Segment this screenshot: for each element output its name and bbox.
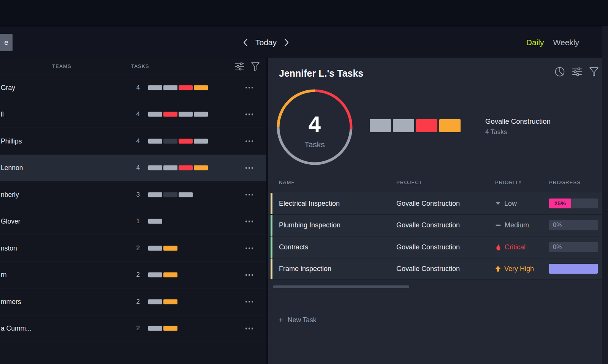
new-task-button[interactable]: + New Task: [278, 315, 317, 325]
priority-dash-icon: [495, 222, 501, 228]
task-segment-orange: [194, 165, 208, 170]
row-menu-button[interactable]: [242, 244, 256, 252]
team-member-row[interactable]: ll4: [0, 101, 266, 128]
member-tasks-panel: Jennifer L.'s Tasks: [268, 58, 602, 364]
dot: [249, 194, 250, 196]
task-segment-gray: [148, 299, 162, 304]
dot: [245, 167, 247, 169]
tasks-status-bar: [370, 119, 461, 132]
row-menu-button[interactable]: [242, 271, 256, 279]
task-segment-orange: [194, 85, 208, 90]
team-member-row[interactable]: Glover1: [0, 208, 266, 235]
dot: [245, 113, 247, 115]
progress-bar: 0%: [549, 242, 598, 252]
task-count: 4: [128, 84, 140, 91]
task-status-bar: [148, 192, 193, 197]
donut-label: Tasks: [277, 140, 353, 149]
donut-value: 4: [277, 111, 353, 137]
dot: [245, 328, 247, 329]
settings-sliders-icon[interactable]: [572, 66, 583, 77]
column-header-priority: PRIORITY: [495, 180, 522, 185]
task-segment-gray: [148, 139, 162, 143]
team-member-row[interactable]: a Cumm...2: [0, 315, 266, 342]
progress-fill: [549, 264, 598, 274]
task-segment-gray: [163, 165, 177, 170]
dot: [249, 328, 250, 329]
priority-label: Medium: [505, 221, 529, 229]
progress-bar: 0%: [549, 220, 598, 230]
team-member-row[interactable]: nberly3: [0, 181, 266, 208]
task-row[interactable]: ContractsGovalle ConstructionCritical0%: [268, 236, 602, 258]
tab-weekly[interactable]: Weekly: [553, 38, 579, 47]
filter-funnel-icon[interactable]: [251, 61, 260, 71]
teams-panel: TEAMS TASKS Gray4ll4Phillips4Lennon4nbe: [0, 58, 266, 364]
team-member-row[interactable]: nston2: [0, 235, 266, 262]
filter-funnel-icon[interactable]: [589, 66, 599, 77]
tab-daily[interactable]: Daily: [526, 38, 544, 47]
task-row[interactable]: Electrical InspectionGovalle Constructio…: [268, 193, 602, 215]
task-count: 2: [128, 244, 140, 252]
dot: [245, 221, 247, 222]
column-header-progress: PROGRESS: [549, 180, 581, 185]
row-menu-button[interactable]: [242, 217, 256, 225]
task-count: 4: [128, 164, 140, 172]
row-menu-button[interactable]: [242, 324, 256, 332]
task-count: 2: [128, 298, 140, 306]
row-accent-stripe: [271, 236, 272, 258]
task-segment-gray: [148, 246, 162, 251]
column-header-tasks: TASKS: [131, 63, 149, 69]
team-member-row[interactable]: Lennon4: [0, 155, 266, 182]
task-segment-red: [179, 139, 193, 143]
dot: [245, 140, 247, 142]
top-bar: [0, 0, 608, 26]
task-segment-orange: [163, 273, 177, 277]
task-segment-gray: [148, 326, 162, 331]
priority-label: Critical: [505, 243, 526, 251]
row-menu-button[interactable]: [242, 191, 256, 199]
divider: [268, 291, 602, 291]
task-project: Govalle Construction: [396, 243, 460, 251]
priority-flame-icon: [495, 243, 501, 251]
panel-title: Jennifer L.'s Tasks: [279, 68, 363, 79]
row-menu-button[interactable]: [242, 164, 256, 172]
task-priority: Critical: [495, 243, 526, 251]
progress-bar: [549, 264, 598, 274]
teams-table-header: TEAMS TASKS: [0, 58, 266, 74]
team-member-name: a Cumm...: [1, 325, 32, 332]
row-menu-button[interactable]: [242, 110, 256, 118]
progress-label: 0%: [553, 244, 562, 251]
horizontal-scrollbar[interactable]: [273, 285, 409, 288]
summary-segment-gray: [370, 119, 391, 132]
row-accent-stripe: [271, 193, 272, 214]
task-segment-gray: [148, 273, 162, 277]
task-segment-gray: [194, 112, 208, 117]
dot: [245, 247, 247, 249]
task-segment-gray: [148, 165, 162, 170]
task-project: Govalle Construction: [396, 221, 460, 229]
priority-arrow-up-icon: [495, 266, 501, 272]
team-member-row[interactable]: Gray4: [0, 74, 266, 101]
team-member-row[interactable]: Phillips4: [0, 128, 266, 155]
task-count: 4: [128, 137, 140, 145]
row-menu-button[interactable]: [242, 137, 256, 145]
task-status-bar: [148, 273, 177, 277]
row-menu-button[interactable]: [242, 298, 256, 306]
row-accent-stripe: [271, 215, 272, 236]
row-menu-button[interactable]: [242, 84, 256, 92]
team-member-row[interactable]: rn2: [0, 262, 266, 289]
dot: [245, 87, 247, 89]
dot: [252, 87, 253, 89]
dot: [252, 140, 253, 142]
next-day-chevron-icon[interactable]: [284, 38, 289, 47]
partial-left-button[interactable]: e: [0, 34, 13, 51]
team-member-row[interactable]: mmers2: [0, 288, 266, 315]
settings-sliders-icon[interactable]: [234, 61, 245, 71]
task-segment-gray: [148, 192, 162, 197]
task-row[interactable]: Plumbing InspectionGovalle ConstructionM…: [268, 215, 602, 237]
prev-day-chevron-icon[interactable]: [243, 38, 248, 47]
dot: [249, 247, 250, 249]
task-segment-dark: [163, 139, 177, 143]
task-row[interactable]: Frame inspectionGovalle ConstructionVery…: [268, 258, 602, 280]
task-name: Contracts: [279, 243, 308, 251]
pie-chart-icon[interactable]: [554, 66, 565, 77]
